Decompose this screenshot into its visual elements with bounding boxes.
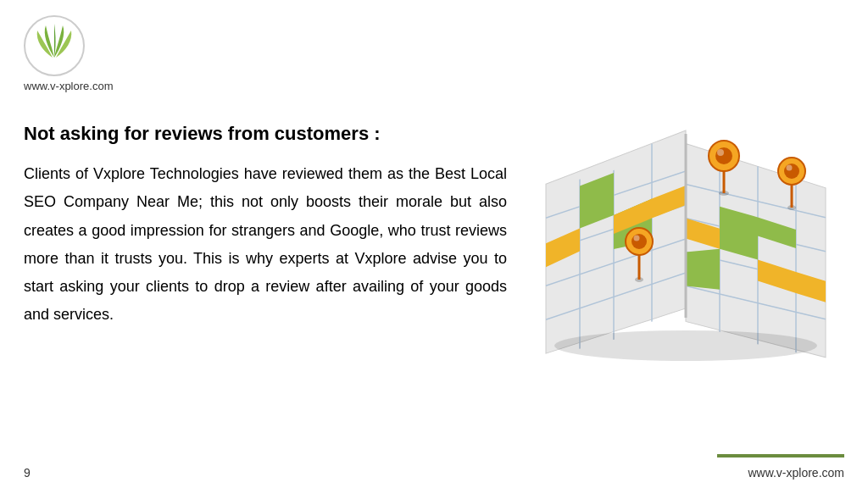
header: www.v-xplore.com [24, 15, 113, 92]
main-content: Not asking for reviews from customers : … [24, 123, 507, 330]
map-illustration [529, 119, 851, 381]
footer: 9 www.v-xplore.com [0, 458, 868, 488]
svg-point-26 [554, 330, 817, 361]
svg-point-36 [787, 165, 793, 171]
logo-svg [31, 22, 78, 69]
svg-point-35 [784, 164, 799, 179]
logo [24, 15, 85, 76]
map-svg [529, 119, 851, 381]
footer-website: www.v-xplore.com [748, 466, 844, 480]
svg-marker-21 [686, 245, 720, 289]
svg-point-40 [632, 234, 647, 249]
footer-page-number: 9 [24, 466, 31, 480]
header-website: www.v-xplore.com [24, 80, 113, 92]
svg-point-30 [715, 147, 732, 164]
section-title: Not asking for reviews from customers : [24, 123, 507, 145]
svg-point-31 [717, 149, 724, 156]
section-body: Clients of Vxplore Technologies have rev… [24, 160, 507, 330]
svg-point-41 [634, 236, 640, 241]
